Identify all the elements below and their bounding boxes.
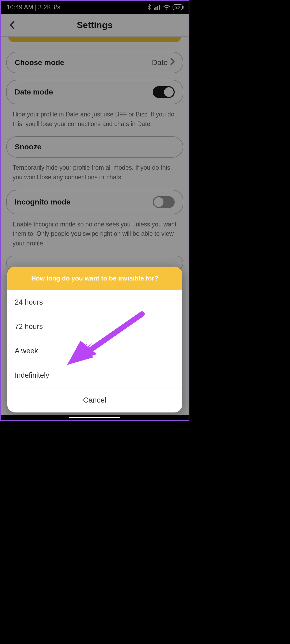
- snooze-option-72-hours[interactable]: 72 hours: [7, 315, 182, 339]
- snooze-duration-sheet: How long do you want to be invisible for…: [7, 267, 182, 412]
- sheet-cancel-button[interactable]: Cancel: [7, 388, 182, 412]
- gesture-pill[interactable]: [69, 417, 120, 418]
- snooze-option-indefinitely[interactable]: Indefinitely: [7, 363, 182, 388]
- snooze-option-24-hours[interactable]: 24 hours: [7, 290, 182, 315]
- snooze-option-a-week[interactable]: A week: [7, 339, 182, 363]
- sheet-title: How long do you want to be invisible for…: [7, 267, 182, 290]
